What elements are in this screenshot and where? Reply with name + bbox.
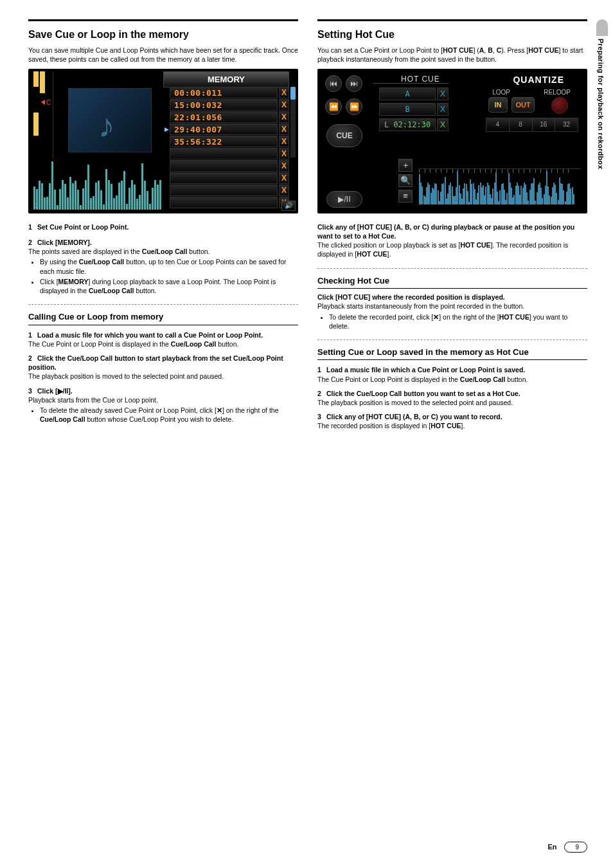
- hotcue-row[interactable]: BX: [379, 102, 449, 116]
- add-button[interactable]: ＋: [398, 159, 413, 172]
- dashed-separator: [317, 268, 587, 269]
- hotcue-slot[interactable]: A: [379, 87, 436, 100]
- speaker-icon[interactable]: 🔊: [281, 201, 296, 211]
- beat-cell[interactable]: 8: [510, 118, 533, 131]
- memory-time-slot[interactable]: 29:40:007: [170, 123, 278, 135]
- set-step-3: 3Click any of [HOT CUE] (A, B, or C) you…: [317, 412, 587, 421]
- loop-out-button[interactable]: OUT: [511, 97, 535, 113]
- waveform-overview: [33, 159, 163, 210]
- memory-time-slot[interactable]: [170, 148, 278, 159]
- subsection-title: Calling Cue or Loop from memory: [28, 311, 298, 325]
- memory-row[interactable]: 00:00:011X: [163, 87, 289, 99]
- sidebar-cap-icon: [596, 19, 608, 36]
- calling-step-3-body: Playback starts from the Cue or Loop poi…: [28, 395, 298, 404]
- footer-lang: En: [547, 842, 556, 852]
- beat-strip[interactable]: 481632: [486, 118, 578, 132]
- memory-row[interactable]: X: [163, 197, 289, 209]
- loop-in-button[interactable]: IN: [488, 97, 508, 113]
- calling-step-2: 2Click the Cue/Loop Call button to start…: [28, 354, 298, 372]
- memory-row[interactable]: 22:01:056X: [163, 111, 289, 123]
- left-column: Save Cue or Loop in the memory You can s…: [28, 19, 298, 430]
- memory-time-slot[interactable]: 35:56:322: [170, 136, 278, 147]
- album-art-placeholder: ♪: [68, 88, 152, 152]
- cue-button[interactable]: CUE: [326, 124, 362, 147]
- reloop-button[interactable]: [551, 97, 568, 114]
- memory-time-slot[interactable]: [170, 172, 278, 184]
- beat-cell[interactable]: 32: [555, 118, 578, 131]
- check-bullets: To delete the recorded point, click [✕] …: [325, 312, 587, 330]
- memory-row[interactable]: X: [163, 185, 289, 197]
- delete-icon[interactable]: X: [279, 111, 289, 123]
- play-pause-button[interactable]: ▶/II: [326, 191, 362, 208]
- music-note-icon: ♪: [98, 103, 115, 148]
- calling-step-1-body: The Cue Point or Loop Point is displayed…: [28, 339, 298, 348]
- delete-icon[interactable]: X: [279, 172, 289, 184]
- figure-player-panel: ⏮ ⏭ ⏪ ⏩ CUE ▶/II HOT CUE QUANTIZE LOOP R…: [317, 69, 587, 213]
- delete-icon[interactable]: X: [437, 118, 449, 131]
- step-2: 2Click [MEMORY].: [28, 238, 298, 247]
- memory-row[interactable]: X: [163, 160, 289, 172]
- right-column: Setting Hot Cue You can set a Cue Point …: [317, 19, 587, 430]
- set-step-1: 1Load a music file in which a Cue Point …: [317, 365, 587, 374]
- memory-time-slot[interactable]: 15:00:032: [170, 99, 278, 111]
- dashed-separator: [317, 339, 587, 340]
- delete-icon[interactable]: X: [279, 87, 289, 98]
- zoom-button[interactable]: 🔍: [398, 174, 413, 187]
- track-prev-button[interactable]: ⏮: [325, 75, 342, 92]
- hotcue-instruction-body: The clicked position or Loop playback is…: [317, 240, 587, 258]
- calling-step-1: 1Load a music file for which you want to…: [28, 330, 298, 339]
- page-footer: En 9: [547, 842, 587, 853]
- beat-cell[interactable]: 16: [533, 118, 556, 131]
- hotcue-slot[interactable]: L 02:12:30: [379, 118, 436, 131]
- check-body: Playback starts instantaneously from the…: [317, 302, 587, 311]
- subsection-title: Checking Hot Cue: [317, 275, 587, 289]
- calling-step-3: 3Click [▶/II].: [28, 386, 298, 395]
- memory-row[interactable]: 35:56:322X: [163, 136, 289, 148]
- set-step-3-body: The recorded position is displayed in [H…: [317, 421, 587, 430]
- hotcue-row[interactable]: AX: [379, 87, 449, 101]
- delete-icon[interactable]: X: [279, 136, 289, 147]
- memory-row[interactable]: X: [163, 148, 289, 160]
- hotcue-slot[interactable]: B: [379, 103, 436, 116]
- step-1: 1Set Cue Point or Loop Point.: [28, 222, 298, 231]
- loop-label: LOOP: [492, 88, 510, 97]
- calling-step-3-bullets: To delete the already saved Cue Point or…: [36, 406, 298, 424]
- hotcue-instruction-head: Click any of [HOT CUE] (A, B, or C) duri…: [317, 222, 587, 240]
- search-fwd-button[interactable]: ⏩: [346, 98, 362, 115]
- hotcue-row[interactable]: L 02:12:30X: [379, 118, 449, 132]
- delete-icon[interactable]: X: [279, 185, 289, 196]
- memory-header: MEMORY: [163, 71, 289, 88]
- intro-text: You can save multiple Cue and Loop Point…: [28, 46, 298, 64]
- section-rule: [28, 19, 298, 21]
- set-step-2: 2Click the Cue/Loop Call button you want…: [317, 389, 587, 398]
- memory-time-slot[interactable]: [170, 160, 278, 172]
- delete-icon[interactable]: X: [279, 160, 289, 172]
- delete-icon[interactable]: X: [279, 123, 289, 135]
- step-2-body: The points saved are displayed in the Cu…: [28, 247, 298, 256]
- memory-time-slot[interactable]: [170, 197, 278, 208]
- delete-icon[interactable]: X: [437, 103, 449, 116]
- memory-row[interactable]: X: [163, 172, 289, 185]
- intro-text: You can set a Cue Point or Loop Point to…: [317, 46, 587, 64]
- search-rev-button[interactable]: ⏪: [325, 98, 342, 115]
- cue-marker-label: C: [46, 98, 51, 107]
- beat-cell[interactable]: 4: [486, 118, 510, 131]
- quantize-label: QUANTIZE: [513, 74, 564, 86]
- memory-time-slot[interactable]: [170, 185, 278, 196]
- delete-icon[interactable]: X: [279, 99, 289, 111]
- memory-row[interactable]: 15:00:032X: [163, 99, 289, 111]
- memory-list: 00:00:011X15:00:032X22:01:056X▶29:40:007…: [163, 87, 289, 209]
- memory-row[interactable]: ▶29:40:007X: [163, 123, 289, 136]
- memory-scrollbar[interactable]: [290, 87, 296, 158]
- set-step-1-body: The Cue Point or Loop Point is displayed…: [317, 375, 587, 384]
- figure-memory-panel: C 3 ♪ MEMORY 00:00:011X15:00:032X22:01:0…: [28, 69, 298, 213]
- delete-icon[interactable]: X: [279, 148, 289, 159]
- step-2-bullets: By using the Cue/Loop Call button, up to…: [36, 257, 298, 295]
- memory-time-slot[interactable]: 22:01:056: [170, 111, 278, 123]
- memory-time-slot[interactable]: 00:00:011: [170, 87, 278, 98]
- delete-icon[interactable]: X: [437, 87, 449, 100]
- list-button[interactable]: ≡: [398, 190, 413, 203]
- track-next-button[interactable]: ⏭: [346, 75, 362, 92]
- set-step-2-body: The playback position is moved to the se…: [317, 398, 587, 407]
- play-indicator-icon: ▶: [163, 125, 170, 133]
